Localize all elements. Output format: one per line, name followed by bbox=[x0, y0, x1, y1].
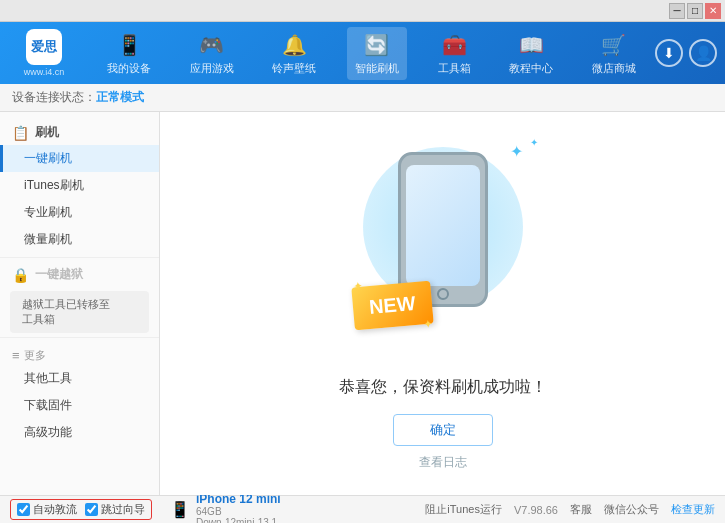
apps-games-icon: 🎮 bbox=[198, 31, 226, 59]
status-bar: 设备连接状态： 正常模式 bbox=[0, 84, 725, 112]
sidebar-item-pro-flash[interactable]: 专业刷机 bbox=[0, 199, 159, 226]
logo-url: www.i4.cn bbox=[24, 67, 65, 77]
phone-screen bbox=[406, 165, 480, 286]
bottom-bar: 自动敦流 跳过向导 📱 iPhone 12 mini 64GB Down-12m… bbox=[0, 495, 725, 523]
nav-item-smart-flash[interactable]: 🔄 智能刷机 bbox=[347, 27, 407, 80]
skip-wizard-checkbox[interactable]: 跳过向导 bbox=[85, 502, 145, 517]
user-btn[interactable]: 👤 bbox=[689, 39, 717, 67]
title-bar: ─ □ ✕ bbox=[0, 0, 725, 22]
nav-item-my-device[interactable]: 📱 我的设备 bbox=[99, 27, 159, 80]
device-phone-icon: 📱 bbox=[170, 500, 190, 519]
nav-item-toolbox[interactable]: 🧰 工具箱 bbox=[430, 27, 479, 80]
customer-service-link[interactable]: 客服 bbox=[570, 502, 592, 517]
tutorial-icon: 📖 bbox=[517, 31, 545, 59]
sidebar-item-one-key-flash[interactable]: 一键刷机 bbox=[0, 145, 159, 172]
download-btn[interactable]: ⬇ bbox=[655, 39, 683, 67]
phone-home-btn bbox=[437, 288, 449, 300]
success-message: 恭喜您，保资料刷机成功啦！ bbox=[339, 377, 547, 398]
device-name-block: iPhone 12 mini 64GB Down-12mini-13,1 bbox=[196, 492, 281, 524]
version-text: V7.98.66 bbox=[514, 504, 558, 516]
sparkle-icon-2: ✦ bbox=[530, 137, 538, 148]
sidebar-group-flash: 📋 刷机 bbox=[0, 120, 159, 145]
sidebar-item-download-firmware[interactable]: 下载固件 bbox=[0, 392, 159, 419]
back-link[interactable]: 查看日志 bbox=[419, 454, 467, 471]
nav-item-tutorial[interactable]: 📖 教程中心 bbox=[501, 27, 561, 80]
status-value: 正常模式 bbox=[96, 89, 144, 106]
sidebar-group-jailbreak: 🔒 一键越狱 bbox=[0, 262, 159, 287]
my-device-icon: 📱 bbox=[115, 31, 143, 59]
skip-wizard-input[interactable] bbox=[85, 503, 98, 516]
status-label: 设备连接状态： bbox=[12, 89, 96, 106]
main-layout: 📋 刷机 一键刷机 iTunes刷机 专业刷机 微量刷机 🔒 一键越狱 越狱工具… bbox=[0, 112, 725, 495]
auto-restart-checkbox[interactable]: 自动敦流 bbox=[17, 502, 77, 517]
flash-group-icon: 📋 bbox=[12, 125, 29, 141]
nav-item-apps-games[interactable]: 🎮 应用游戏 bbox=[182, 27, 242, 80]
device-storage: 64GB bbox=[196, 506, 281, 517]
sidebar-item-itunes-flash[interactable]: iTunes刷机 bbox=[0, 172, 159, 199]
auto-restart-input[interactable] bbox=[17, 503, 30, 516]
nav-item-ringtone[interactable]: 🔔 铃声壁纸 bbox=[264, 27, 324, 80]
wechat-public-link[interactable]: 微信公众号 bbox=[604, 502, 659, 517]
lock-icon: 🔒 bbox=[12, 267, 29, 283]
sidebar-item-other-tools[interactable]: 其他工具 bbox=[0, 365, 159, 392]
toolbox-icon: 🧰 bbox=[440, 31, 468, 59]
checkbox-highlight-area: 自动敦流 跳过向导 bbox=[10, 499, 152, 520]
minimize-btn[interactable]: ─ bbox=[669, 3, 685, 19]
restore-btn[interactable]: □ bbox=[687, 3, 703, 19]
nav-item-weidian[interactable]: 🛒 微店商城 bbox=[584, 27, 644, 80]
nav-items: 📱 我的设备 🎮 应用游戏 🔔 铃声壁纸 🔄 智能刷机 🧰 工具箱 📖 教程中心… bbox=[88, 27, 655, 80]
sidebar-divider-1 bbox=[0, 257, 159, 258]
ringtone-icon: 🔔 bbox=[280, 31, 308, 59]
sparkle-icon-1: ✦ bbox=[510, 142, 523, 161]
sidebar-jailbreak-notice: 越狱工具已转移至工具箱 bbox=[10, 291, 149, 333]
nav-right: ⬇ 👤 bbox=[655, 39, 717, 67]
sidebar-more-label: 更多 bbox=[0, 342, 159, 365]
content-area: NEW ✦ ✦ 恭喜您，保资料刷机成功啦！ 确定 查看日志 bbox=[160, 112, 725, 495]
new-badge: NEW bbox=[351, 280, 433, 330]
weidian-icon: 🛒 bbox=[600, 31, 628, 59]
bottom-left: 自动敦流 跳过向导 📱 iPhone 12 mini 64GB Down-12m… bbox=[10, 492, 281, 524]
stop-itunes-btn[interactable]: 阻止iTunes运行 bbox=[425, 502, 502, 517]
nav-logo: 爱思 www.i4.cn bbox=[8, 29, 80, 77]
nav-bar: 爱思 www.i4.cn 📱 我的设备 🎮 应用游戏 🔔 铃声壁纸 🔄 智能刷机… bbox=[0, 22, 725, 84]
sidebar-divider-2 bbox=[0, 337, 159, 338]
sidebar: 📋 刷机 一键刷机 iTunes刷机 专业刷机 微量刷机 🔒 一键越狱 越狱工具… bbox=[0, 112, 160, 495]
sidebar-item-micro-flash[interactable]: 微量刷机 bbox=[0, 226, 159, 253]
sidebar-item-advanced[interactable]: 高级功能 bbox=[0, 419, 159, 446]
device-info: 📱 iPhone 12 mini 64GB Down-12mini-13,1 bbox=[170, 492, 281, 524]
smart-flash-icon: 🔄 bbox=[363, 31, 391, 59]
logo-icon: 爱思 bbox=[26, 29, 62, 65]
close-btn[interactable]: ✕ bbox=[705, 3, 721, 19]
phone-illustration: NEW ✦ ✦ bbox=[343, 137, 543, 357]
check-update-link[interactable]: 检查更新 bbox=[671, 502, 715, 517]
bottom-right: 阻止iTunes运行 V7.98.66 客服 微信公众号 检查更新 bbox=[425, 502, 715, 517]
confirm-button[interactable]: 确定 bbox=[393, 414, 493, 446]
device-model: Down-12mini-13,1 bbox=[196, 517, 281, 524]
